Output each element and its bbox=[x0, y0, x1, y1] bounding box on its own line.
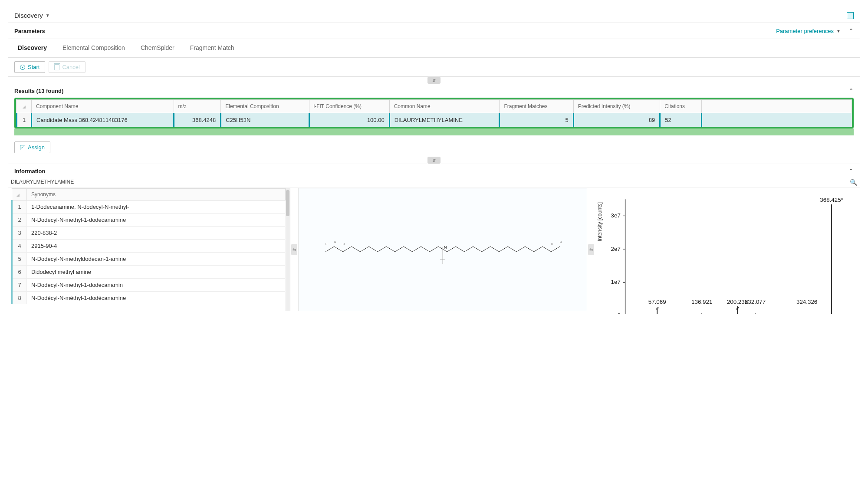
parameters-bar: Parameters Parameter preferences ▼ ⌃ bbox=[8, 23, 860, 39]
svg-text:324.326: 324.326 bbox=[796, 299, 817, 305]
svg-text:0: 0 bbox=[617, 312, 620, 314]
tab-discovery[interactable]: Discovery bbox=[10, 39, 55, 57]
col-mz[interactable]: m/z bbox=[174, 100, 221, 113]
cell-common: DILAURYLMETHYLAMINE bbox=[389, 113, 500, 127]
information-bar: Information ⌃ bbox=[8, 164, 860, 178]
list-item[interactable]: 2N-Dodecyl-N-methyl-1-dodecanamine bbox=[12, 214, 286, 227]
col-predicted-intensity[interactable]: Predicted Intensity (%) bbox=[573, 100, 660, 113]
syn-text: 220-838-2 bbox=[27, 227, 286, 240]
synonyms-table: Synonyms 11-Dodecanamine, N-dodecyl-N-me… bbox=[11, 188, 286, 304]
panel-icon[interactable] bbox=[847, 12, 854, 19]
syn-text: Didodecyl methyl amine bbox=[27, 266, 286, 279]
y-axis-label: Intensity [counts] bbox=[597, 202, 603, 241]
syn-idx: 5 bbox=[12, 253, 27, 266]
syn-text: 1-Dodecanamine, N-dodecyl-N-methyl- bbox=[27, 201, 286, 214]
syn-idx: 8 bbox=[12, 292, 27, 305]
cell-pred: 89 bbox=[573, 113, 660, 127]
results-table: Component Name m/z Elemental Composition… bbox=[16, 99, 852, 127]
assign-button[interactable]: ✓ Assign bbox=[14, 141, 50, 153]
assign-row: ✓ Assign bbox=[8, 138, 860, 157]
svg-text:H: H bbox=[334, 241, 336, 243]
syn-text: 2915-90-4 bbox=[27, 240, 286, 253]
svg-text:1e7: 1e7 bbox=[611, 279, 620, 285]
cell-cite: 52 bbox=[660, 113, 701, 127]
svg-text:2e7: 2e7 bbox=[611, 246, 620, 252]
list-item[interactable]: 8N-Dodécyl-N-méthyl-1-dodécanamine bbox=[12, 292, 286, 305]
obscured-row bbox=[14, 128, 854, 135]
scrollbar[interactable] bbox=[286, 188, 290, 311]
svg-text:N: N bbox=[444, 245, 447, 250]
mode-bar: Discovery ▼ bbox=[8, 8, 860, 23]
syn-idx: 4 bbox=[12, 240, 27, 253]
col-ifit[interactable]: i-FIT Confidence (%) bbox=[309, 100, 389, 113]
mode-label: Discovery bbox=[14, 12, 43, 19]
search-icon[interactable]: 🔍 bbox=[850, 179, 857, 186]
mode-dropdown[interactable]: Discovery ▼ bbox=[14, 12, 50, 19]
pane-splitter[interactable]: ⇆ bbox=[587, 188, 595, 311]
tab-fragment-match[interactable]: Fragment Match bbox=[182, 39, 242, 57]
results-bar: Results (13 found) ⌃ bbox=[8, 84, 860, 98]
svg-text:H: H bbox=[560, 241, 562, 243]
pane-splitter[interactable]: ⇆ bbox=[290, 188, 298, 311]
svg-text:H: H bbox=[343, 243, 345, 245]
cancel-button[interactable]: Cancel bbox=[49, 61, 85, 73]
svg-text:57.069: 57.069 bbox=[648, 299, 666, 305]
molecule-structure: HHH HH N bbox=[321, 226, 564, 273]
drag-handle-icon: ⇵ bbox=[427, 157, 441, 164]
syn-text: N-Dodecyl-N-methyl-1-dodecanamin bbox=[27, 279, 286, 292]
information-panes: Synonyms 11-Dodecanamine, N-dodecyl-N-me… bbox=[8, 188, 860, 314]
information-subbar: DILAURYLMETHYLAMINE 🔍 bbox=[8, 178, 860, 188]
play-icon: ▸ bbox=[20, 65, 25, 70]
results-table-wrap: Component Name m/z Elemental Composition… bbox=[8, 98, 860, 138]
list-item[interactable]: 7N-Dodecyl-N-methyl-1-dodecanamin bbox=[12, 279, 286, 292]
start-button[interactable]: ▸ Start bbox=[14, 61, 45, 73]
highlight-box: Component Name m/z Elemental Composition… bbox=[14, 98, 854, 128]
split-handle[interactable]: ⇵ bbox=[8, 77, 860, 84]
col-index[interactable] bbox=[17, 100, 32, 113]
col-common-name[interactable]: Common Name bbox=[389, 100, 500, 113]
compound-name: DILAURYLMETHYLAMINE bbox=[11, 179, 74, 186]
split-handle[interactable]: ⇵ bbox=[8, 157, 860, 164]
list-item[interactable]: 3220-838-2 bbox=[12, 227, 286, 240]
col-component-name[interactable]: Component Name bbox=[32, 100, 174, 113]
assign-label: Assign bbox=[28, 144, 45, 151]
check-icon: ✓ bbox=[20, 145, 25, 150]
cell-component: Candidate Mass 368.424811483176 bbox=[32, 113, 174, 127]
col-fragment-matches[interactable]: Fragment Matches bbox=[500, 100, 573, 113]
svg-text:136.921: 136.921 bbox=[691, 299, 712, 305]
cell-elem: C25H53N bbox=[221, 113, 309, 127]
app-window: Discovery ▼ Parameters Parameter prefere… bbox=[8, 8, 860, 314]
syn-col-name[interactable]: Synonyms bbox=[27, 189, 286, 201]
syn-idx: 2 bbox=[12, 214, 27, 227]
collapse-icon[interactable]: ⌃ bbox=[848, 27, 854, 34]
list-item[interactable]: 42915-90-4 bbox=[12, 240, 286, 253]
col-citations[interactable]: Citations bbox=[660, 100, 701, 113]
parameters-title: Parameters bbox=[14, 28, 45, 34]
grip-icon: ⇆ bbox=[291, 244, 297, 255]
collapse-icon[interactable]: ⌃ bbox=[848, 168, 854, 174]
drag-handle-icon: ⇵ bbox=[427, 77, 441, 84]
spectrum-plot: Intensity [counts] 01e72e73e750100150200… bbox=[598, 191, 854, 314]
parameter-preferences-link[interactable]: Parameter preferences ▼ bbox=[776, 28, 841, 34]
col-elemental[interactable]: Elemental Composition bbox=[221, 100, 309, 113]
caret-down-icon: ▼ bbox=[836, 29, 841, 33]
tab-bar: Discovery Elemental Composition ChemSpid… bbox=[8, 39, 860, 58]
cell-frag: 5 bbox=[500, 113, 573, 127]
list-item[interactable]: 6Didodecyl methyl amine bbox=[12, 266, 286, 279]
results-heading: Results (13 found) bbox=[14, 88, 63, 94]
structure-pane: HHH HH N bbox=[298, 188, 587, 311]
parameter-preferences-label: Parameter preferences bbox=[776, 28, 834, 34]
syn-text: N-Dodécyl-N-méthyl-1-dodécanamine bbox=[27, 292, 286, 305]
tab-elemental-composition[interactable]: Elemental Composition bbox=[55, 39, 133, 57]
collapse-icon[interactable]: ⌃ bbox=[848, 87, 854, 94]
syn-col-index[interactable] bbox=[12, 189, 27, 201]
table-row[interactable]: 1 Candidate Mass 368.424811483176 368.42… bbox=[17, 113, 852, 127]
svg-text:H: H bbox=[551, 243, 553, 245]
cell-mz: 368.4248 bbox=[174, 113, 221, 127]
list-item[interactable]: 11-Dodecanamine, N-dodecyl-N-methyl- bbox=[12, 201, 286, 214]
cancel-label: Cancel bbox=[62, 64, 79, 70]
tab-chemspider[interactable]: ChemSpider bbox=[133, 39, 182, 57]
information-title: Information bbox=[14, 168, 46, 174]
list-item[interactable]: 5N-Dodecyl-N-methyldodecan-1-amine bbox=[12, 253, 286, 266]
col-spacer bbox=[701, 100, 852, 113]
